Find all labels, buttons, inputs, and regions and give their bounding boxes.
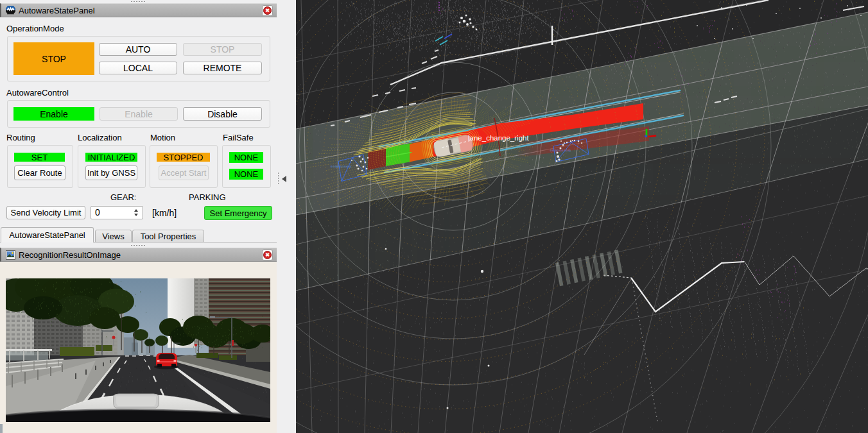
svg-text:0 0.0(0.0,0.0,0.0): 0 0.0(0.0,0.0,0.0) xyxy=(331,165,351,168)
svg-text:0 0.0(0.0,0.0,0.0): 0 0.0(0.0,0.0,0.0) xyxy=(550,149,571,152)
svg-text:lane_change_right: lane_change_right xyxy=(468,134,529,142)
